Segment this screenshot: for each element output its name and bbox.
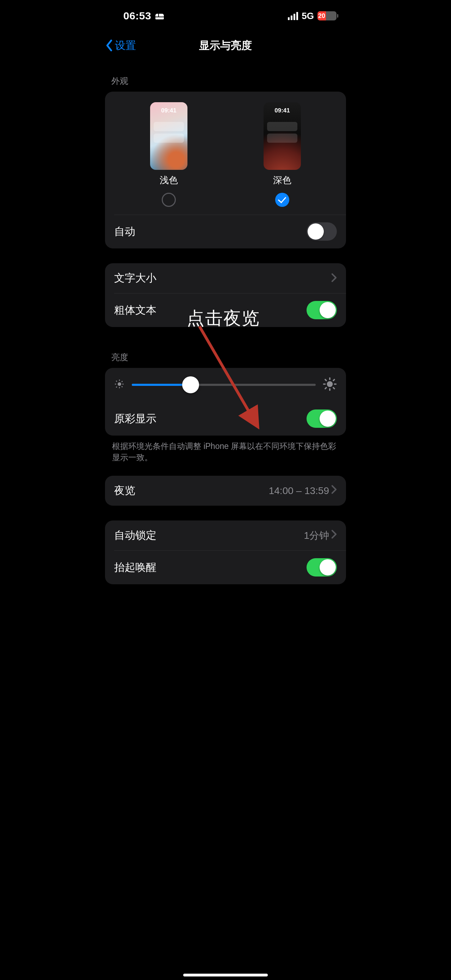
bold-text-label: 粗体文本 <box>114 303 156 318</box>
section-header-appearance: 外观 <box>105 59 346 92</box>
raise-to-wake-label: 抬起唤醒 <box>114 560 156 575</box>
brightness-slider-row <box>105 368 346 402</box>
text-size-label: 文字大小 <box>114 271 156 285</box>
appearance-option-light-label: 浅色 <box>160 174 178 186</box>
dark-preview: 09:41 <box>264 102 301 170</box>
svg-line-17 <box>333 380 334 380</box>
row-true-tone: 原彩显示 <box>105 402 346 436</box>
svg-line-8 <box>122 381 122 382</box>
svg-line-6 <box>122 387 122 387</box>
svg-point-9 <box>327 381 333 387</box>
back-button[interactable]: 设置 <box>105 38 136 53</box>
row-auto-lock[interactable]: 自动锁定 1分钟 <box>105 520 346 550</box>
svg-line-5 <box>116 381 117 382</box>
appearance-option-light[interactable]: 09:41 浅色 <box>114 102 223 207</box>
auto-appearance-toggle[interactable] <box>306 222 337 241</box>
row-bold-text: 粗体文本 <box>105 293 346 327</box>
status-time: 06:53 <box>123 10 151 22</box>
true-tone-note: 根据环境光条件自动调整 iPhone 屏幕以在不同环境下保持色彩显示一致。 <box>105 436 346 463</box>
appearance-option-dark-label: 深色 <box>273 174 291 186</box>
appearance-group: 09:41 浅色 09:41 深色 自动 <box>105 92 346 248</box>
battery-icon: 20 <box>318 11 338 21</box>
light-preview: 09:41 <box>150 102 187 170</box>
row-night-shift[interactable]: 夜览 14:00 – 13:59 <box>105 476 346 506</box>
chevron-right-icon <box>331 273 337 284</box>
appearance-option-dark[interactable]: 09:41 深色 <box>228 102 337 207</box>
svg-point-0 <box>118 382 121 386</box>
bold-text-toggle[interactable] <box>306 301 337 319</box>
page-title: 显示与亮度 <box>98 38 353 53</box>
raise-to-wake-toggle[interactable] <box>306 558 337 576</box>
radio-unchecked-icon[interactable] <box>162 193 176 207</box>
night-shift-label: 夜览 <box>114 484 135 498</box>
chevron-right-icon <box>331 485 337 496</box>
slider-thumb[interactable] <box>182 376 199 393</box>
true-tone-toggle[interactable] <box>306 409 337 428</box>
svg-line-14 <box>325 380 326 380</box>
chevron-right-icon <box>331 530 337 541</box>
auto-appearance-label: 自动 <box>114 224 135 239</box>
lock-group: 自动锁定 1分钟 抬起唤醒 <box>105 520 346 584</box>
svg-line-7 <box>116 387 117 387</box>
svg-line-15 <box>333 388 334 389</box>
status-bar: 06:53 5G 20 <box>98 0 353 32</box>
row-auto-appearance: 自动 <box>105 215 346 248</box>
svg-line-16 <box>325 388 326 389</box>
sleep-focus-icon <box>155 12 165 19</box>
sun-large-icon <box>323 377 337 393</box>
true-tone-label: 原彩显示 <box>114 412 156 426</box>
network-label: 5G <box>302 11 314 22</box>
sun-small-icon <box>114 379 125 391</box>
back-label: 设置 <box>115 38 136 53</box>
section-header-brightness: 亮度 <box>105 327 346 368</box>
cell-signal-icon <box>288 12 298 20</box>
row-text-size[interactable]: 文字大小 <box>105 263 346 293</box>
radio-checked-icon[interactable] <box>275 193 289 207</box>
night-shift-group: 夜览 14:00 – 13:59 <box>105 476 346 506</box>
auto-lock-value: 1分钟 <box>304 529 329 542</box>
auto-lock-label: 自动锁定 <box>114 528 156 542</box>
night-shift-value: 14:00 – 13:59 <box>269 485 329 496</box>
text-group: 文字大小 粗体文本 <box>105 263 346 327</box>
brightness-group: 原彩显示 <box>105 368 346 436</box>
battery-percent: 20 <box>318 11 326 21</box>
nav-header: 设置 显示与亮度 <box>98 32 353 59</box>
brightness-slider[interactable] <box>132 384 316 386</box>
row-raise-to-wake: 抬起唤醒 <box>105 550 346 584</box>
